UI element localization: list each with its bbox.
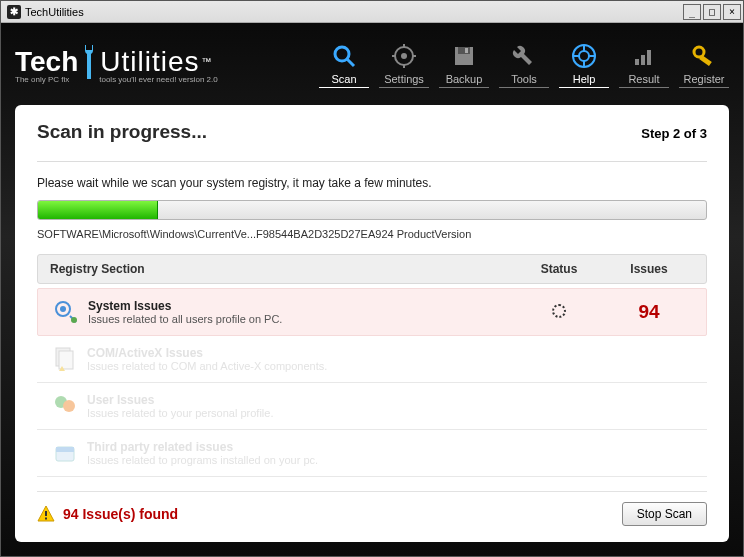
svg-rect-33	[45, 511, 47, 516]
row-icon	[49, 438, 81, 468]
svg-rect-32	[56, 447, 74, 452]
toolbar-settings[interactable]: Settings	[379, 41, 429, 88]
table-row: COM/ActiveX IssuesIssues related to COM …	[37, 336, 707, 383]
wait-message: Please wait while we scan your system re…	[37, 176, 707, 190]
svg-rect-34	[45, 518, 47, 520]
result-icon	[631, 41, 657, 71]
row-title: System Issues	[88, 299, 514, 313]
toolbar-register[interactable]: Register	[679, 41, 729, 88]
svg-rect-11	[465, 48, 468, 53]
toolbar-label: Tools	[511, 73, 537, 85]
toolbar-label: Scan	[331, 73, 356, 85]
register-icon	[691, 41, 717, 71]
row-status	[514, 304, 604, 321]
svg-rect-22	[699, 55, 712, 66]
toolbar-label: Result	[628, 73, 659, 85]
col-section-header: Registry Section	[50, 262, 514, 276]
close-button[interactable]: ×	[723, 4, 741, 20]
svg-rect-20	[647, 50, 651, 65]
svg-rect-19	[641, 55, 645, 65]
toolbar-label: Backup	[446, 73, 483, 85]
row-icon	[49, 391, 81, 421]
logo-left: Tech	[15, 46, 78, 78]
toolbar-result[interactable]: Result	[619, 41, 669, 88]
svg-rect-0	[86, 45, 92, 50]
minimize-button[interactable]: _	[683, 4, 701, 20]
toolbar-help[interactable]: Help	[559, 41, 609, 88]
tagline-right: tools you'll ever need! version 2.0	[99, 75, 217, 84]
tagline-left: The only PC fix	[15, 75, 69, 84]
issues-found-text: 94 Issue(s) found	[63, 506, 178, 522]
toolbar-tools[interactable]: Tools	[499, 41, 549, 88]
row-icon	[50, 297, 82, 327]
svg-rect-18	[635, 59, 639, 65]
backup-icon	[451, 41, 477, 71]
svg-rect-27	[59, 351, 73, 369]
col-status-header: Status	[514, 262, 604, 276]
svg-point-13	[579, 51, 589, 61]
table-header: Registry Section Status Issues	[37, 254, 707, 284]
app-icon: ✱	[7, 5, 21, 19]
panel-title: Scan in progress...	[37, 121, 207, 143]
col-issues-header: Issues	[604, 262, 694, 276]
window-title: TechUtilities	[25, 6, 683, 18]
row-title: Third party related issues	[87, 440, 515, 454]
svg-point-4	[401, 53, 407, 59]
svg-rect-10	[458, 47, 470, 54]
toolbar: ScanSettingsBackupToolsHelpResultRegiste…	[319, 41, 729, 88]
logo-tm: ™	[202, 56, 212, 67]
table-row: User IssuesIssues related to your person…	[37, 383, 707, 430]
help-icon	[571, 41, 597, 71]
logo-right: Utilities	[100, 46, 199, 78]
row-desc: Issues related to your personal profile.	[87, 407, 515, 419]
toolbar-label: Register	[684, 73, 725, 85]
svg-point-25	[71, 317, 77, 323]
row-desc: Issues related to COM and Active-X compo…	[87, 360, 515, 372]
scan-path: SOFTWARE\Microsoft\Windows\CurrentVe...F…	[37, 228, 707, 240]
toolbar-backup[interactable]: Backup	[439, 41, 489, 88]
tools-icon	[511, 41, 537, 71]
svg-point-29	[63, 400, 75, 412]
toolbar-label: Settings	[384, 73, 424, 85]
divider	[37, 161, 707, 162]
row-issues: 94	[604, 301, 694, 323]
wrench-icon	[79, 45, 99, 79]
table-row: Third party related issuesIssues related…	[37, 430, 707, 477]
row-title: COM/ActiveX Issues	[87, 346, 515, 360]
progress-bar	[37, 200, 707, 220]
logo: Tech Utilities ™ The only PC fix tools y…	[15, 45, 218, 84]
step-indicator: Step 2 of 3	[641, 126, 707, 141]
table-body: System IssuesIssues related to all users…	[37, 284, 707, 477]
warning-icon	[37, 505, 55, 523]
app-body: Tech Utilities ™ The only PC fix tools y…	[1, 23, 743, 556]
row-icon	[49, 344, 81, 374]
row-title: User Issues	[87, 393, 515, 407]
row-desc: Issues related to all users profile on P…	[88, 313, 514, 325]
svg-point-24	[60, 306, 66, 312]
header: Tech Utilities ™ The only PC fix tools y…	[15, 23, 729, 105]
maximize-button[interactable]: □	[703, 4, 721, 20]
toolbar-scan[interactable]: Scan	[319, 41, 369, 88]
titlebar: ✱ TechUtilities _ □ ×	[1, 1, 743, 23]
main-panel: Scan in progress... Step 2 of 3 Please w…	[15, 105, 729, 542]
row-desc: Issues related to programs installed on …	[87, 454, 515, 466]
table-row: System IssuesIssues related to all users…	[37, 288, 707, 336]
scan-icon	[331, 41, 357, 71]
progress-fill	[38, 201, 158, 219]
stop-scan-button[interactable]: Stop Scan	[622, 502, 707, 526]
window-controls: _ □ ×	[683, 4, 741, 20]
svg-point-1	[335, 47, 349, 61]
svg-line-2	[347, 59, 354, 66]
toolbar-label: Help	[573, 73, 596, 85]
loading-spinner-icon	[552, 304, 566, 318]
app-window: ✱ TechUtilities _ □ × Tech Utilities	[0, 0, 744, 557]
settings-icon	[391, 41, 417, 71]
panel-footer: 94 Issue(s) found Stop Scan	[37, 491, 707, 526]
